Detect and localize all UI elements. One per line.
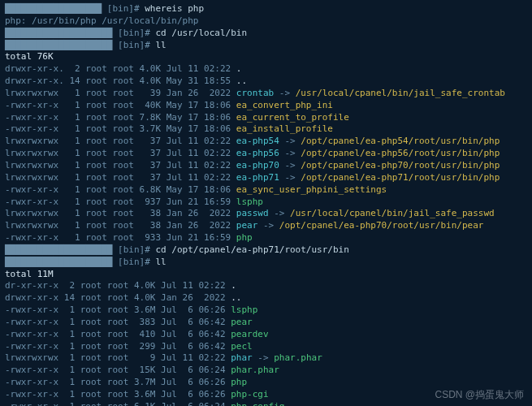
ls-row: lrwxrwxrwx 1 root root 37 Jul 11 02:22 e… [5,172,527,184]
ls-row: drwxr-xr-x 14 root root 4.0K Jan 26 2022… [5,292,527,304]
ls-row: -rwxr-xr-x 1 root root 937 Jun 21 16:59 … [5,197,527,209]
ls-row: -rwxr-xr-x 1 root root 299 Jul 6 06:42 p… [5,341,527,353]
redacted-host: ████████████████████ [5,28,112,38]
redacted-host: ████████████████████ [5,40,112,50]
total-line: total 76K [5,51,527,63]
command: whereis php [145,3,204,14]
redacted-host: ████████████████████ [5,244,112,255]
ls-row: lrwxrwxrwx 1 root root 37 Jul 11 02:22 e… [5,136,527,148]
total-line: total 11M [5,269,527,281]
ls-row: -rwxr-xr-x 1 root root 3.6M Jul 6 06:26 … [5,304,527,317]
command: ll [155,257,166,267]
ls-row: lrwxrwxrwx 1 root root 38 Jan 26 2022 pa… [5,208,527,220]
output-whereis: php: /usr/bin/php /usr/local/bin/php [5,15,527,28]
ls-row: lrwxrwxrwx 1 root root 37 Jul 11 02:22 e… [5,148,527,160]
ls-row: lrwxrwxrwx 1 root root 37 Jul 11 02:22 e… [5,160,527,172]
ls-row: -rwxr-xr-x 1 root root 40K May 17 18:06 … [5,100,527,112]
ls-row: lrwxrwxrwx 1 root root 38 Jan 26 2022 pe… [5,220,527,232]
terminal-output: ██████████████████ [bin]# whereis php ph… [5,3,527,406]
ls-row: dr-xr-xr-x 2 root root 4.0K Jul 11 02:22… [5,280,527,292]
redacted-host: ████████████████████ [5,257,112,267]
ls-row: -rwxr-xr-x 1 root root 7.8K May 17 18:06… [5,112,527,124]
ls-row: drwxr-xr-x. 14 root root 4.0K May 31 18:… [5,76,527,88]
ls-row: -rwxr-xr-x 1 root root 933 Jun 21 16:59 … [5,232,527,244]
ls-row: lrwxrwxrwx 1 root root 39 Jan 26 2022 cr… [5,88,527,100]
prompt: [bin]# [102,3,145,14]
ls-row: -rwxr-xr-x 1 root root 410 Jul 6 06:42 p… [5,329,527,341]
ls-row: drwxr-xr-x. 2 root root 4.0K Jul 11 02:2… [5,63,527,76]
ls-row: -rwxr-xr-x 1 root root 6.8K May 17 18:06… [5,184,527,197]
ls-row: lrwxrwxrwx 1 root root 9 Jul 11 02:22 ph… [5,352,527,365]
redacted-host: ██████████████████ [5,3,102,14]
ls-row: -rwxr-xr-x 1 root root 6.1K Jul 6 06:24 … [5,401,527,406]
ls-row: -rwxr-xr-x 1 root root 15K Jul 6 06:24 p… [5,365,527,377]
command: cd /opt/cpanel/ea-php71/root/usr/bin [155,244,348,255]
command: ll [155,40,166,50]
watermark: CSDN @捣蛋鬼大师 [435,388,524,401]
ls-row: -rwxr-xr-x 1 root root 383 Jul 6 06:42 p… [5,317,527,329]
ls-row: -rwxr-xr-x 1 root root 3.7M Jul 6 06:26 … [5,377,527,389]
command: cd /usr/local/bin [155,28,247,38]
ls-row: -rwxr-xr-x 1 root root 3.7K May 17 18:06… [5,123,527,136]
